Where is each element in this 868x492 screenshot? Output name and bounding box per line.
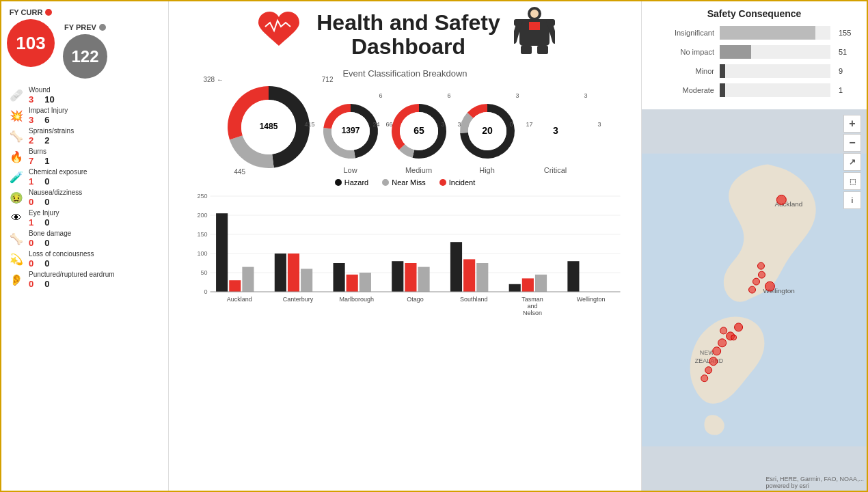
svg-point-76 — [713, 347, 721, 355]
hazard-label: Hazard — [344, 178, 368, 187]
svg-rect-41 — [360, 273, 371, 292]
injury-name-wound: Wound — [29, 86, 163, 94]
injury-icon-wound: 🩹 — [7, 85, 26, 105]
svg-point-78 — [705, 367, 712, 374]
injury-prev-burns: 1 — [44, 156, 49, 166]
svg-text:Southland: Southland — [460, 296, 488, 303]
map-controls[interactable]: + − ↗ ⬚ i — [843, 115, 861, 209]
fy-prev-circle: 122 — [63, 34, 107, 79]
svg-rect-32 — [229, 280, 241, 292]
svg-point-69 — [758, 271, 765, 278]
injury-info-loss: Loss of conciousness 0 0 — [29, 250, 163, 269]
rectangle-tool-button[interactable]: ⬚ — [843, 172, 861, 190]
legend-incident: Incident — [439, 178, 476, 187]
injury-prev-eye: 0 — [44, 217, 49, 228]
donut-low: 6 660 415 1397 Low — [320, 92, 381, 174]
donut-section-title: Event Classification Breakdown — [342, 68, 467, 79]
svg-point-70 — [753, 278, 760, 285]
hazard-dot — [335, 179, 342, 186]
injury-icon-eye: 👁 — [7, 208, 26, 228]
svg-rect-53 — [535, 275, 547, 292]
injury-curr-chemical: 1 — [29, 176, 33, 187]
main-content: Health and SafetyDashboard Event Classif… — [169, 1, 641, 491]
consequence-bar — [720, 83, 725, 97]
svg-rect-33 — [242, 267, 254, 292]
donut-label-High: High — [479, 166, 495, 174]
donut-section: Event Classification Breakdown 712 328 ←… — [176, 68, 634, 187]
left-sidebar: FY CURR 103 FY PREV 122 🩹 Wound 3 10 — [1, 1, 169, 491]
injury-icon-nausea: 🤢 — [7, 188, 26, 207]
svg-text:150: 150 — [197, 231, 207, 238]
injury-nums-ear: 0 0 — [29, 279, 163, 289]
injury-info-impact: Impact Injury 3 6 — [29, 107, 163, 125]
injury-name-burns: Burns — [29, 148, 163, 156]
svg-text:50: 50 — [200, 269, 207, 276]
fy-prev-block: FY PREV 122 — [63, 23, 107, 79]
injury-list: 🩹 Wound 3 10 💥 Impact Injury 3 6 🦴 Sprai… — [7, 85, 163, 289]
worker-icon — [514, 7, 555, 63]
legend-hazard: Hazard — [335, 178, 368, 187]
injury-name-ear: Punctured/ruptured eardrum — [29, 271, 163, 279]
heart-icon — [255, 10, 303, 59]
donut-svg-Critical: 3 — [525, 100, 586, 162]
ann-top-Critical: 3 — [584, 92, 587, 99]
injury-prev-sprains: 2 — [44, 135, 49, 146]
svg-point-68 — [765, 282, 774, 291]
bar-chart-area: 050100150200250AucklandCanterburyMarlbor… — [176, 187, 634, 487]
injury-info-nausea: Nausea/dizziness 0 0 — [29, 189, 163, 207]
consequence-bar — [720, 26, 815, 40]
title-line2: Dashboard — [351, 34, 465, 59]
svg-text:Otago: Otago — [407, 296, 424, 303]
injury-icon-impact: 💥 — [7, 106, 26, 125]
injury-nums-bone: 0 0 — [29, 238, 163, 248]
consequence-label: No impact — [653, 48, 714, 56]
svg-rect-35 — [275, 254, 286, 292]
zoom-out-button[interactable]: − — [843, 134, 861, 152]
map-footer: Esri, HERE, Garmin, FAO, NOAA,... powere… — [765, 476, 864, 489]
injury-prev-nausea: 0 — [44, 197, 49, 207]
injury-icon-loss: 💫 — [7, 249, 26, 269]
consequence-row-minor: Minor 9 — [653, 64, 856, 78]
injury-prev-wound: 10 — [44, 94, 54, 105]
donut-critical: 3 3 0 3 Critical — [525, 92, 586, 174]
svg-rect-52 — [522, 278, 534, 292]
svg-rect-4 — [521, 46, 532, 54]
consequence-bars: Insignificant 155 No impact 51 Minor 9 M… — [653, 26, 856, 97]
fy-curr-circle: 103 — [7, 19, 55, 67]
svg-rect-47 — [450, 242, 462, 292]
donut-medium: 6 35 24 65 Medium — [388, 92, 450, 174]
charts-area: Event Classification Breakdown 712 328 ←… — [169, 68, 641, 491]
select-tool-button[interactable]: ↗ — [843, 153, 861, 171]
ann-top-Medium: 6 — [447, 92, 450, 99]
svg-text:65: 65 — [413, 125, 424, 136]
ann-712: 712 — [322, 76, 334, 83]
injury-icon-bone: 🦴 — [7, 229, 26, 248]
legend-row: Hazard Near Miss Incident — [335, 178, 476, 187]
donut-label-Critical: Critical — [544, 166, 567, 174]
fy-prev-dot — [99, 24, 106, 31]
injury-item-impact: 💥 Impact Injury 3 6 — [7, 106, 163, 125]
esri-attribution: powered by esri — [765, 482, 809, 489]
injury-nums-sprains: 2 2 — [29, 135, 163, 146]
consequence-value: 155 — [839, 29, 856, 37]
injury-name-bone: Bone damage — [29, 230, 163, 238]
fy-row: FY CURR 103 FY PREV 122 — [7, 8, 163, 79]
donut-label-Medium: Medium — [405, 166, 432, 174]
injury-item-eye: 👁 Eye Injury 1 0 — [7, 208, 163, 228]
svg-text:200: 200 — [197, 212, 207, 219]
injury-icon-ear: 👂 — [7, 270, 26, 289]
bar-chart-svg: 050100150200250AucklandCanterburyMarlbor… — [182, 189, 627, 319]
injury-curr-bone: 0 — [29, 238, 33, 248]
info-button[interactable]: i — [843, 191, 861, 209]
injury-item-ear: 👂 Punctured/ruptured eardrum 0 0 — [7, 270, 163, 289]
safety-consequence: Safety Consequence Insignificant 155 No … — [642, 1, 867, 109]
injury-prev-bone: 0 — [44, 238, 49, 248]
svg-text:1485: 1485 — [259, 122, 277, 131]
svg-point-75 — [718, 339, 727, 347]
safety-consequence-title: Safety Consequence — [653, 8, 856, 19]
zoom-in-button[interactable]: + — [843, 115, 861, 133]
consequence-bar-wrap — [720, 26, 830, 40]
injury-item-chemical: 🧪 Chemical exposure 1 0 — [7, 167, 163, 187]
small-donut-container-Low: 6 660 415 1397 — [320, 100, 381, 165]
main-donut: 712 328 ← 445 1485 — [224, 83, 313, 174]
